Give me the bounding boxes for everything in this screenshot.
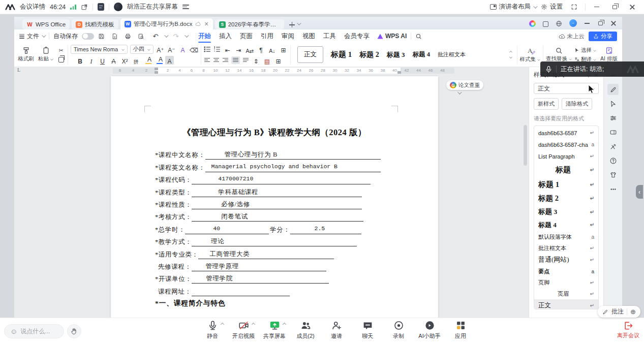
side-tool-select-icon[interactable] — [607, 98, 619, 109]
side-tool-pen-icon[interactable] — [607, 84, 619, 95]
right-indent-marker[interactable] — [397, 71, 401, 74]
style-chip-标题 4[interactable]: 标题 4 — [413, 50, 430, 59]
ribbon-tab-审阅[interactable]: 审阅 — [278, 31, 298, 42]
style-item-dash6b63-6587-char[interactable]: dash6b63-6587-chara — [534, 139, 598, 150]
print-icon[interactable] — [125, 33, 134, 40]
ribbon-tab-引用[interactable]: 引用 — [257, 31, 277, 42]
style-set-button[interactable]: A 样式集 — [520, 47, 541, 63]
ribbon-tab-工具[interactable]: 工具 — [320, 31, 340, 42]
left-indent-marker[interactable] — [155, 71, 158, 74]
layout-switch-button[interactable]: 演讲者布局 — [490, 3, 537, 11]
align-left-button[interactable] — [204, 57, 210, 63]
wps-close-button[interactable] — [607, 19, 620, 27]
side-tool-help-icon[interactable] — [607, 155, 619, 166]
tab-document-active[interactable]: W 管理心理与行为B.docx ✕ — [120, 18, 213, 29]
ribbon-tab-视图[interactable]: 视图 — [299, 31, 319, 42]
annotate-pill[interactable]: 批注 ⊕ — [598, 306, 640, 318]
ribbon-tab-会员专享[interactable]: 会员专享 — [341, 31, 373, 42]
bold-button[interactable]: B — [76, 56, 84, 65]
new-style-button[interactable]: 新样式 — [534, 98, 559, 110]
save-icon[interactable] — [98, 33, 107, 40]
minimize-button[interactable] — [590, 2, 603, 12]
first-line-indent-marker[interactable] — [155, 68, 158, 70]
undo-chevron-icon[interactable] — [164, 33, 168, 37]
emoji-icon[interactable]: ☺ — [10, 327, 17, 335]
toolbar-more-chevron-icon[interactable] — [185, 33, 189, 37]
font-color-button[interactable]: A — [154, 56, 163, 65]
decrease-font-button[interactable]: A⁻ — [167, 45, 176, 53]
table-grid-button[interactable]: ⊞ — [279, 45, 288, 53]
clear-format-button[interactable]: ⌫ — [190, 45, 198, 53]
autosave-toggle[interactable] — [82, 33, 94, 40]
style-item-批注框文本[interactable]: 批注框文本↵ — [534, 242, 598, 254]
clear-format-button-panel[interactable]: 清除格式 — [562, 98, 592, 110]
workspace-icon[interactable] — [543, 21, 548, 27]
show-marks-button[interactable]: ¶ — [257, 45, 265, 53]
increase-indent-button[interactable]: ⇥ — [234, 45, 243, 53]
style-item-dash6b63-6587[interactable]: dash6b63-6587↵ — [534, 127, 598, 139]
tab-selector[interactable]: L — [17, 67, 20, 73]
cloud-status[interactable]: 未上云 — [559, 33, 585, 40]
file-menu[interactable]: 文件 — [19, 32, 45, 41]
font-name-select[interactable]: Times New Roma — [71, 45, 128, 54]
meeting-details-button[interactable]: 会议详情 — [20, 3, 45, 11]
meeting-tool-members[interactable]: 成员(2) — [294, 320, 317, 340]
tab-wps-office[interactable]: W WPS Office — [22, 19, 70, 29]
align-center-button[interactable] — [213, 57, 220, 63]
meeting-tool-apps[interactable]: 应用 — [449, 320, 472, 340]
numbered-list-button[interactable] — [213, 46, 221, 52]
raise-hand-button[interactable] — [67, 324, 81, 338]
italic-button[interactable]: I — [87, 56, 96, 65]
shared-doc-icon[interactable] — [98, 3, 104, 11]
meeting-tool-invite[interactable]: 邀请 — [325, 320, 348, 340]
gallery-scroll-buttons[interactable] — [509, 51, 512, 58]
side-tool-tools-icon[interactable] — [607, 141, 619, 152]
settings-button[interactable]: 设置 — [541, 3, 563, 11]
account-avatar[interactable]: ~ — [569, 19, 577, 27]
style-chip-正文[interactable]: 正文 — [297, 46, 323, 63]
side-tool-more-icon[interactable] — [607, 183, 619, 195]
tab-docer-templates[interactable]: D 找稻壳模板 — [72, 19, 118, 29]
style-chip-标题 1[interactable]: 标题 1 — [331, 50, 352, 59]
increase-font-button[interactable]: A⁺ — [156, 45, 165, 53]
strikethrough-button[interactable]: A — [109, 56, 118, 65]
meeting-tool-ai-assistant[interactable]: AI小助手 — [418, 320, 441, 340]
char-shading-button[interactable]: A — [165, 56, 174, 65]
caret-icon[interactable] — [251, 323, 255, 326]
sharing-list-icon[interactable] — [182, 5, 189, 9]
document-canvas[interactable]: 《管理心理与行为 B》课程教学大纲（2024 版） *课程中文名称：管理心理与行… — [14, 74, 529, 318]
style-item-标题 4[interactable]: 标题 4↵ — [534, 218, 598, 231]
text-effects-button[interactable]: A — [178, 45, 187, 53]
side-tool-theme-icon[interactable] — [607, 169, 619, 180]
style-item-正文[interactable]: 正文↵ — [534, 299, 598, 309]
popout-icon[interactable] — [81, 4, 88, 11]
redo-icon[interactable]: ↷ — [171, 33, 180, 40]
sort-button[interactable]: A↓ — [268, 45, 277, 53]
tab-list-chevron-icon[interactable] — [297, 21, 301, 25]
panel-collapse-handle[interactable]: ‹ — [636, 185, 643, 199]
style-chip-标题 2[interactable]: 标题 2 — [359, 50, 379, 59]
ribbon-tab-插入[interactable]: 插入 — [216, 31, 235, 42]
style-item-标题 3[interactable]: 标题 3↵ — [534, 205, 598, 218]
style-item-默认段落字体[interactable]: 默认段落字体a — [534, 231, 598, 242]
paste-button[interactable]: 粘贴 — [37, 44, 54, 66]
paper-check-button[interactable]: G 论文查重 — [446, 80, 483, 90]
line-spacing-button[interactable]: ⇕ — [252, 56, 260, 65]
meeting-tool-chat[interactable]: 聊天 — [356, 320, 379, 340]
shading-button[interactable]: ▤ — [263, 56, 271, 65]
caret-icon[interactable] — [220, 323, 224, 326]
zoom-icon[interactable]: ⊕ — [630, 308, 636, 316]
export-pdf-icon[interactable] — [111, 33, 120, 40]
pinyin-guide-button[interactable]: 拼 — [132, 56, 140, 65]
maximize-button[interactable] — [608, 2, 621, 12]
cut-icon[interactable]: ✂ — [58, 47, 63, 54]
style-item-页眉[interactable]: 页眉↵ — [534, 288, 598, 299]
style-chip-标题 3[interactable]: 标题 3 — [387, 50, 405, 59]
superscript-button[interactable]: X² — [120, 56, 129, 65]
select-tool-button[interactable]: 选择 — [574, 47, 596, 54]
caret-icon[interactable] — [282, 323, 286, 326]
style-item-List Paragraph[interactable]: List Paragraph↵ — [534, 150, 598, 162]
chat-input[interactable]: ☺ 说点什么... — [4, 324, 64, 338]
borders-button[interactable]: ⊞ — [274, 56, 283, 65]
distribute-button[interactable] — [242, 57, 249, 63]
